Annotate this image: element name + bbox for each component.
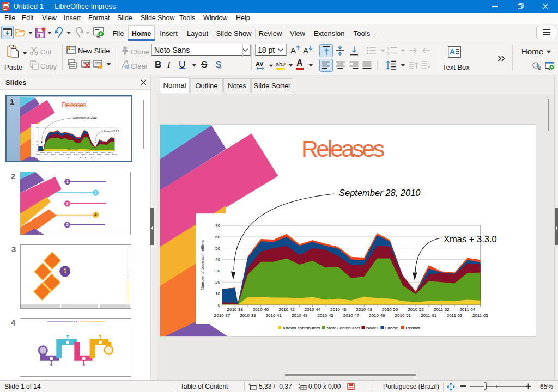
svg-text:4: 4 [95, 213, 97, 217]
svg-text:3: 3 [66, 201, 69, 205]
svg-text:ab: ab [276, 61, 282, 68]
svg-text:5: 5 [66, 223, 69, 226]
svg-text:1: 1 [66, 180, 69, 183]
svg-text:AV: AV [256, 60, 264, 67]
svg-text:d: d [538, 66, 541, 71]
svg-text:2: 2 [387, 52, 389, 55]
svg-text:1: 1 [387, 46, 389, 50]
svg-text:A: A [303, 46, 308, 55]
svg-text:2: 2 [95, 191, 97, 194]
svg-text:A: A [290, 46, 296, 55]
svg-text:A: A [450, 47, 455, 56]
svg-text:1: 1 [63, 267, 67, 275]
